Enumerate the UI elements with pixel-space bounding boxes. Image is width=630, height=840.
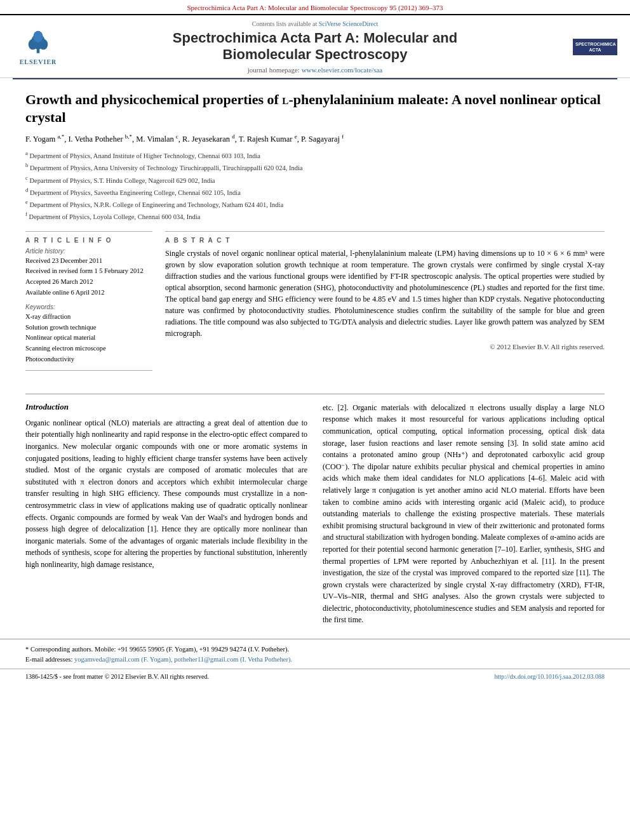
abstract-text: Single crystals of novel organic nonline…	[165, 248, 605, 339]
copyright-line: © 2012 Elsevier B.V. All rights reserved…	[165, 343, 605, 350]
footnote-corresponding: * Corresponding authors. Mobile: +91 996…	[25, 644, 605, 655]
sciverse-line: Contents lists available at SciVerse Sci…	[64, 20, 566, 27]
keywords-label: Keywords:	[25, 303, 152, 310]
kw-4: Scanning electron microscope	[25, 343, 152, 354]
spectro-logo: SPECTROCHIMICA ACTA	[573, 39, 617, 55]
journal-header: ELSEVIER Contents lists available at Sci…	[0, 14, 630, 78]
email-label: E-mail addresses:	[25, 656, 72, 663]
journal-homepage-link[interactable]: www.elsevier.com/locate/saa	[302, 66, 383, 74]
journal-title: Spectrochimica Acta Part A: Molecular an…	[64, 30, 566, 63]
journal-center-info: Contents lists available at SciVerse Sci…	[64, 20, 566, 74]
keywords-list: X-ray diffraction Solution growth techni…	[25, 312, 152, 365]
body-content: Introduction Organic nonlinear optical (…	[0, 402, 630, 632]
elsevier-tree-icon	[25, 28, 51, 57]
affil-c: c Department of Physics, S.T. Hindu Coll…	[25, 174, 605, 185]
kw-2: Solution growth technique	[25, 323, 152, 333]
kw-1: X-ray diffraction	[25, 312, 152, 323]
journal-homepage: journal homepage: www.elsevier.com/locat…	[64, 66, 566, 74]
banner-text: Spectrochimica Acta Part A: Molecular an…	[187, 4, 443, 11]
elsevier-logo-area: ELSEVIER	[13, 28, 64, 65]
kw-3: Nonlinear optical material	[25, 333, 152, 343]
authors-line: F. Yogam a,*, I. Vetha Potheher b,*, M. …	[25, 133, 605, 144]
smallcaps-l: l	[282, 91, 288, 107]
article-info-box: A R T I C L E I N F O Article history: R…	[25, 231, 152, 371]
footnote-emails: E-mail addresses: yogamveda@gmail.com (F…	[25, 655, 605, 665]
bottom-bar: 1386-1425/$ - see front matter © 2012 El…	[0, 669, 630, 683]
affil-d: d Department of Physics, Saveetha Engine…	[25, 186, 605, 197]
affil-e: e Department of Physics, N.P.R. College …	[25, 198, 605, 210]
footnote-area: * Corresponding authors. Mobile: +91 996…	[0, 639, 630, 669]
info-abstract-row: A R T I C L E I N F O Article history: R…	[25, 231, 605, 371]
doi-link[interactable]: http://dx.doi.org/10.1016/j.saa.2012.03.…	[495, 673, 605, 680]
abstract-title: A B S T R A C T	[165, 237, 605, 244]
intro-paragraph2: etc. [2]. Organic materials with delocal…	[323, 402, 605, 626]
article-main: Growth and physicochemical properties of…	[0, 79, 630, 394]
body-left-col: Introduction Organic nonlinear optical (…	[25, 402, 307, 632]
email-link[interactable]: yogamveda@gmail.com (F. Yogam), potheher…	[74, 656, 292, 663]
kw-5: Photoconductivity	[25, 354, 152, 365]
top-banner: Spectrochimica Acta Part A: Molecular an…	[0, 0, 630, 14]
available-date: Available online 6 April 2012	[25, 288, 152, 298]
body-divider	[25, 394, 605, 394]
abstract-box: A B S T R A C T Single crystals of novel…	[165, 231, 605, 371]
affil-b: b Department of Physics, Anna University…	[25, 161, 605, 173]
affil-a: a Department of Physics, Anand Institute…	[25, 149, 605, 161]
intro-paragraph1: Organic nonlinear optical (NLO) material…	[25, 417, 307, 571]
revised-date: Received in revised form 1 5 February 20…	[25, 266, 152, 277]
accepted-date: Accepted 26 March 2012	[25, 277, 152, 288]
affiliations: a Department of Physics, Anand Institute…	[25, 149, 605, 222]
elsevier-text: ELSEVIER	[20, 58, 57, 65]
intro-heading: Introduction	[25, 402, 307, 412]
article-dates: Received 23 December 2011 Received in re…	[25, 256, 152, 298]
article-title: Growth and physicochemical properties of…	[25, 91, 605, 127]
svg-point-4	[33, 31, 43, 43]
affil-f: f Department of Physics, Loyola College,…	[25, 210, 605, 222]
issn-text: 1386-1425/$ - see front matter © 2012 El…	[25, 673, 209, 680]
body-right-col: etc. [2]. Organic materials with delocal…	[323, 402, 605, 632]
received-date: Received 23 December 2011	[25, 256, 152, 267]
sciverse-link[interactable]: SciVerse ScienceDirect	[319, 20, 379, 27]
elsevier-logo: ELSEVIER	[13, 28, 64, 65]
spectro-logo-area: SPECTROCHIMICA ACTA	[566, 39, 617, 55]
history-label: Article history:	[25, 248, 152, 255]
article-info-title: A R T I C L E I N F O	[25, 237, 152, 244]
